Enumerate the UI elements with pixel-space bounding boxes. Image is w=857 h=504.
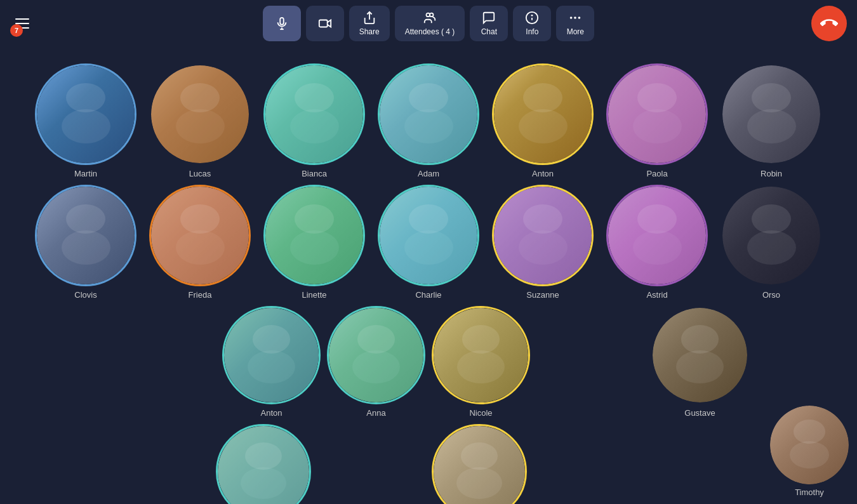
- list-item[interactable]: Paola: [606, 63, 708, 178]
- attendees-button[interactable]: Attendees ( 4 ): [395, 6, 465, 41]
- list-item[interactable]: Robin: [721, 63, 822, 178]
- share-icon: [362, 11, 376, 25]
- share-button[interactable]: Share: [349, 6, 390, 41]
- info-button[interactable]: Info: [513, 6, 551, 41]
- list-item[interactable]: Hans: [435, 424, 524, 504]
- svg-point-12: [578, 17, 581, 19]
- video-button[interactable]: [306, 6, 344, 41]
- end-call-icon: [820, 15, 838, 32]
- list-item[interactable]: Adam: [378, 63, 479, 178]
- info-label: Info: [526, 27, 538, 36]
- chat-button[interactable]: Chat: [470, 6, 508, 41]
- list-item[interactable]: Suzanne: [492, 185, 594, 300]
- chat-label: Chat: [481, 27, 497, 36]
- list-item[interactable]: Lucas: [149, 63, 251, 178]
- list-item[interactable]: Bianca: [263, 63, 365, 178]
- more-icon: [568, 11, 582, 25]
- list-item[interactable]: Clovis: [35, 185, 136, 300]
- list-item[interactable]: Linette: [263, 185, 365, 300]
- info-icon: [525, 11, 539, 25]
- participant-row-2: Clovis Frieda Linette Charlie Suzanne: [13, 185, 844, 300]
- list-item[interactable]: Orso: [721, 185, 822, 300]
- list-item[interactable]: Gustave: [654, 306, 746, 418]
- list-item[interactable]: Astrid: [606, 185, 708, 300]
- attendees-icon: [423, 11, 437, 25]
- list-item[interactable]: Frieda: [149, 185, 251, 300]
- list-item[interactable]: Anna: [330, 306, 422, 418]
- svg-rect-3: [319, 20, 327, 27]
- top-bar: 7 Share Attendees ( 4 ): [0, 0, 857, 47]
- corner-participant-timothy[interactable]: Timothy: [768, 404, 851, 498]
- svg-point-6: [430, 13, 434, 17]
- list-item[interactable]: Anton: [492, 63, 594, 178]
- more-label: More: [567, 27, 584, 36]
- list-item[interactable]: Nicole: [435, 306, 527, 418]
- chat-icon: [482, 11, 496, 25]
- participant-row-4: Romy Hans: [13, 424, 844, 504]
- svg-rect-0: [280, 18, 284, 25]
- list-item[interactable]: Martin: [35, 63, 136, 178]
- end-call-button[interactable]: [811, 6, 847, 41]
- list-item[interactable]: Romy: [219, 424, 308, 504]
- list-item[interactable]: Anton: [225, 306, 317, 418]
- more-button[interactable]: More: [556, 6, 594, 41]
- list-item[interactable]: Charlie: [378, 185, 479, 300]
- participant-row-3: Anton Anna Nicole Gustave: [13, 306, 844, 418]
- mic-icon: [275, 17, 289, 30]
- video-icon: [318, 17, 332, 30]
- notification-badge: 7: [10, 24, 23, 37]
- share-label: Share: [359, 27, 380, 36]
- attendees-label: Attendees ( 4 ): [405, 27, 455, 36]
- svg-point-10: [570, 17, 573, 19]
- svg-point-11: [575, 17, 577, 19]
- participant-grid: Martin Lucas Bianca Adam Anton: [0, 57, 857, 504]
- mic-button[interactable]: [263, 6, 301, 41]
- participant-row-1: Martin Lucas Bianca Adam Anton: [13, 63, 844, 178]
